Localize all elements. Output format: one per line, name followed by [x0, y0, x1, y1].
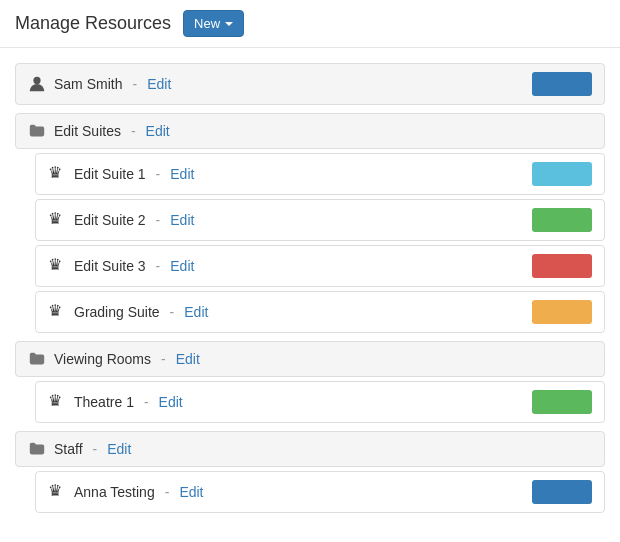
item-row: ♛Edit Suite 3 - Edit — [35, 245, 605, 287]
person-row-left: Sam Smith - Edit — [28, 75, 171, 93]
item-color-swatch — [532, 254, 592, 278]
new-button-label: New — [194, 16, 220, 31]
group-name: Staff — [54, 441, 83, 457]
group-name: Edit Suites — [54, 123, 121, 139]
separator: - — [93, 441, 98, 457]
new-button-caret-icon — [225, 22, 233, 26]
item-name: Edit Suite 3 — [74, 258, 146, 274]
item-row: ♛Anna Testing - Edit — [35, 471, 605, 513]
separator: - — [132, 76, 137, 92]
item-color-swatch — [532, 162, 592, 186]
item-edit-link[interactable]: Edit — [159, 394, 183, 410]
group-name: Viewing Rooms — [54, 351, 151, 367]
resource-icon: ♛ — [48, 393, 66, 411]
item-name: Theatre 1 — [74, 394, 134, 410]
person-color-swatch — [532, 72, 592, 96]
group-section-edit-suites: Edit Suites - Edit♛Edit Suite 1 - Edit♛E… — [15, 113, 605, 333]
separator: - — [156, 166, 161, 182]
resource-icon: ♛ — [48, 303, 66, 321]
item-name: Edit Suite 2 — [74, 212, 146, 228]
item-name: Edit Suite 1 — [74, 166, 146, 182]
user-icon — [28, 75, 46, 93]
separator: - — [170, 304, 175, 320]
item-row: ♛Edit Suite 1 - Edit — [35, 153, 605, 195]
folder-icon — [28, 440, 46, 458]
group-items-edit-suites: ♛Edit Suite 1 - Edit♛Edit Suite 2 - Edit… — [15, 153, 605, 333]
group-section-viewing-rooms: Viewing Rooms - Edit♛Theatre 1 - Edit — [15, 341, 605, 423]
group-header-edit-suites: Edit Suites - Edit — [15, 113, 605, 149]
group-edit-link[interactable]: Edit — [107, 441, 131, 457]
group-header-viewing-rooms: Viewing Rooms - Edit — [15, 341, 605, 377]
separator: - — [131, 123, 136, 139]
item-edit-link[interactable]: Edit — [170, 258, 194, 274]
person-name: Sam Smith — [54, 76, 122, 92]
resource-icon: ♛ — [48, 165, 66, 183]
group-section-staff: Staff - Edit♛Anna Testing - Edit — [15, 431, 605, 513]
item-name: Grading Suite — [74, 304, 160, 320]
folder-icon — [28, 350, 46, 368]
item-color-swatch — [532, 208, 592, 232]
item-row: ♛Theatre 1 - Edit — [35, 381, 605, 423]
separator: - — [156, 258, 161, 274]
resource-icon: ♛ — [48, 257, 66, 275]
svg-point-0 — [33, 77, 40, 84]
resources-list: Sam Smith - Edit Edit Suites - Edit♛Edit… — [0, 48, 620, 536]
item-edit-link[interactable]: Edit — [170, 166, 194, 182]
person-edit-link[interactable]: Edit — [147, 76, 171, 92]
group-items-staff: ♛Anna Testing - Edit — [15, 471, 605, 513]
item-row: ♛Edit Suite 2 - Edit — [35, 199, 605, 241]
separator: - — [144, 394, 149, 410]
item-row: ♛Grading Suite - Edit — [35, 291, 605, 333]
separator: - — [156, 212, 161, 228]
item-edit-link[interactable]: Edit — [170, 212, 194, 228]
separator: - — [165, 484, 170, 500]
page-header: Manage Resources New — [0, 0, 620, 48]
resource-icon: ♛ — [48, 211, 66, 229]
item-color-swatch — [532, 480, 592, 504]
folder-icon — [28, 122, 46, 140]
separator: - — [161, 351, 166, 367]
groups-container: Edit Suites - Edit♛Edit Suite 1 - Edit♛E… — [15, 113, 605, 513]
item-name: Anna Testing — [74, 484, 155, 500]
group-edit-link[interactable]: Edit — [176, 351, 200, 367]
new-button[interactable]: New — [183, 10, 244, 37]
group-items-viewing-rooms: ♛Theatre 1 - Edit — [15, 381, 605, 423]
page-title: Manage Resources — [15, 13, 171, 34]
person-row-sam-smith: Sam Smith - Edit — [15, 63, 605, 105]
item-edit-link[interactable]: Edit — [179, 484, 203, 500]
item-color-swatch — [532, 390, 592, 414]
group-edit-link[interactable]: Edit — [146, 123, 170, 139]
resource-icon: ♛ — [48, 483, 66, 501]
item-color-swatch — [532, 300, 592, 324]
item-edit-link[interactable]: Edit — [184, 304, 208, 320]
group-header-staff: Staff - Edit — [15, 431, 605, 467]
